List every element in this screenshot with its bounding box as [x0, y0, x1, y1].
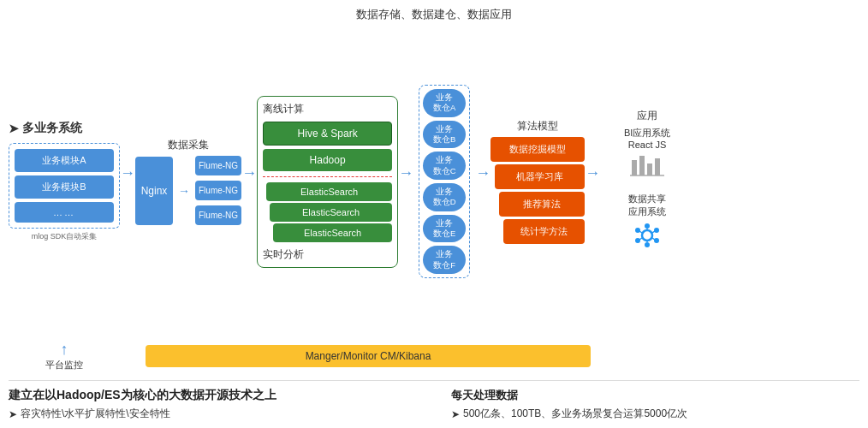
bi-text: BI应用系统React JS [624, 127, 670, 150]
svg-point-5 [642, 230, 652, 241]
data-share-app: 数据共享应用系统 [628, 193, 666, 255]
arrow-3: → [241, 164, 257, 199]
algo-boxes: 数据挖掘模型 机器学习库 推荐算法 统计学方法 [490, 137, 585, 244]
bottom-left-sub: ➤ 容灾特性\水平扩展特性\安全特性 [9, 407, 417, 421]
arrow-bullet-icon: ➤ [9, 122, 19, 135]
warehouse-border: 业务数仓A 业务数仓B 业务数仓C 业务数仓D 业务数仓E 业务数仓F [419, 85, 470, 278]
hive-spark-box: Hive & Spark [263, 122, 392, 146]
data-collect-section: 数据采集 Nginx → Flume-NG Flume-NG Flume-NG [135, 138, 241, 225]
bullet-arrow-icon: ➤ [9, 408, 17, 420]
algo-box-2: 机器学习库 [495, 164, 585, 189]
es-group: ElasticSearch ElasticSearch ElasticSearc… [263, 182, 392, 242]
bottom-section: 建立在以Hadoop/ES为核心的大数据开源技术之上 ➤ 容灾特性\水平扩展特性… [9, 380, 859, 421]
arrow-right-icon-5: → [475, 164, 490, 182]
mlog-label: mlog SDK自动采集 [9, 231, 120, 242]
svg-rect-0 [632, 160, 637, 175]
up-arrow-container: ↑ 平台监控 [9, 341, 120, 372]
svg-rect-1 [639, 156, 645, 175]
bottom-right-sub: ➤ 500亿条、100TB、多业务场景复合运算5000亿次 [451, 407, 859, 421]
offline-realtime-wrapper: 离线计算 Hive & Spark Hadoop ElasticSearch E… [257, 96, 398, 268]
biz-module-a: 业务模块A [15, 149, 114, 172]
share-icon [630, 220, 664, 255]
offline-title: 离线计算 [263, 102, 392, 116]
bottom-left: 建立在以Hadoop/ES为核心的大数据开源技术之上 ➤ 容灾特性\水平扩展特性… [9, 388, 417, 421]
arrow-right-icon-4: → [398, 164, 413, 182]
flume-boxes: Flume-NG Flume-NG Flume-NG [195, 156, 241, 225]
arrow-right-icon-3: → [241, 164, 257, 182]
svg-point-9 [654, 228, 659, 233]
arrow-5: → [475, 164, 490, 199]
algo-box-4: 统计学方法 [503, 219, 585, 244]
multi-biz-header: ➤ 多业务系统 [9, 121, 120, 136]
es-box-2: ElasticSearch [270, 203, 392, 222]
svg-line-14 [639, 231, 642, 233]
bullet-arrow-icon-2: ➤ [451, 408, 460, 420]
up-arrow-icon: ↑ [61, 341, 68, 359]
wh-item-a: 业务数仓A [423, 89, 466, 117]
wh-item-e: 业务数仓E [423, 215, 466, 243]
arrow-right-icon: → [120, 164, 135, 182]
biz-module-dots: …… [15, 202, 114, 223]
arrow-6: → [585, 164, 600, 199]
svg-point-11 [654, 238, 659, 243]
compute-section: 离线计算 Hive & Spark Hadoop ElasticSearch E… [257, 96, 398, 268]
platform-monitor-label: 平台监控 [45, 359, 83, 372]
biz-module-b: 业务模块B [15, 175, 114, 199]
nginx-box: Nginx [135, 157, 173, 225]
wh-item-f: 业务数仓F [423, 246, 466, 274]
svg-point-6 [645, 223, 650, 229]
svg-line-17 [652, 238, 655, 240]
flume-box-3: Flume-NG [195, 205, 241, 225]
bi-app: BI应用系统React JS [624, 127, 670, 182]
algo-box-1: 数据挖掘模型 [490, 137, 585, 162]
svg-point-8 [635, 228, 640, 233]
svg-rect-2 [647, 163, 652, 175]
bottom-right: 每天处理数据 ➤ 500亿条、100TB、多业务场景复合运算5000亿次 [451, 388, 859, 421]
biz-modules-container: 业务模块A 业务模块B …… [9, 143, 120, 229]
svg-rect-3 [655, 158, 660, 175]
data-share-text: 数据共享应用系统 [628, 193, 666, 218]
monitoring-row: ↑ 平台监控 Manger/Monitor CM/Kibana [9, 341, 859, 372]
bottom-left-main: 建立在以Hadoop/ES为核心的大数据开源技术之上 [9, 388, 417, 403]
es-box-1: ElasticSearch [266, 182, 392, 201]
architecture-diagram: ➤ 多业务系统 业务模块A 业务模块B …… mlog SDK自动采集 → 数据… [9, 27, 859, 336]
arrow-right-icon-6: → [585, 164, 600, 182]
flume-box-1: Flume-NG [195, 156, 241, 175]
multi-biz-section: ➤ 多业务系统 业务模块A 业务模块B …… mlog SDK自动采集 [9, 121, 120, 242]
algo-section: 算法模型 数据挖掘模型 机器学习库 推荐算法 统计学方法 [490, 119, 585, 244]
wh-item-c: 业务数仓C [423, 152, 466, 180]
bottom-right-main: 每天处理数据 [451, 388, 859, 403]
svg-point-10 [635, 238, 640, 243]
arrow-1: → [120, 164, 135, 199]
arrow-icon-2: → [178, 184, 190, 198]
arrow-4: → [398, 164, 413, 199]
svg-point-7 [645, 242, 650, 247]
wh-item-d: 业务数仓D [423, 183, 466, 211]
es-box-3: ElasticSearch [273, 223, 392, 242]
bi-icon [630, 152, 664, 182]
arrow-nginx-flume: → [176, 184, 192, 198]
flume-box-2: Flume-NG [195, 181, 241, 200]
app-top: BI应用系统React JS 数据共享应用系统 [600, 127, 694, 255]
main-container: 数据存储、数据建仓、数据应用 ➤ 多业务系统 业务模块A 业务模块B …… ml… [0, 0, 868, 428]
monitor-bar: Manger/Monitor CM/Kibana [146, 345, 591, 367]
divider [263, 176, 392, 177]
algo-box-3: 推荐算法 [499, 192, 585, 217]
svg-line-15 [652, 231, 655, 233]
warehouse-section: 业务数仓A 业务数仓B 业务数仓C 业务数仓D 业务数仓E 业务数仓F [413, 85, 475, 278]
wh-item-b: 业务数仓B [423, 121, 466, 149]
up-arrow: ↑ 平台监控 [45, 341, 83, 372]
hadoop-box: Hadoop [263, 149, 392, 171]
svg-line-16 [639, 238, 642, 240]
app-section: 应用 BI应用系统React JS [600, 109, 694, 255]
nginx-flume-row: Nginx → Flume-NG Flume-NG Flume-NG [135, 156, 241, 225]
top-label: 数据存储、数据建仓、数据应用 [9, 7, 859, 22]
realtime-label: 实时分析 [263, 247, 392, 262]
